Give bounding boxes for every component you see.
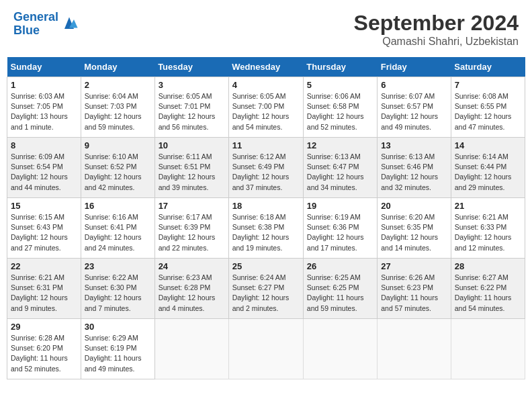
calendar-cell: 17Sunrise: 6:17 AMSunset: 6:39 PMDayligh… xyxy=(154,198,228,259)
day-info: Sunrise: 6:21 AMSunset: 6:33 PMDaylight:… xyxy=(455,212,521,253)
column-header-sunday: Sunday xyxy=(7,57,81,77)
day-info: Sunrise: 6:21 AMSunset: 6:31 PMDaylight:… xyxy=(11,273,77,314)
logo-text: General xyxy=(13,11,58,24)
day-number: 16 xyxy=(85,201,151,211)
calendar-cell: 1Sunrise: 6:03 AMSunset: 7:05 PMDaylight… xyxy=(7,77,81,138)
day-number: 18 xyxy=(232,201,300,211)
day-info: Sunrise: 6:11 AMSunset: 6:51 PMDaylight:… xyxy=(159,152,225,193)
calendar-week-row: 8Sunrise: 6:09 AMSunset: 6:54 PMDaylight… xyxy=(7,138,525,198)
day-number: 23 xyxy=(85,261,151,271)
calendar-cell: 3Sunrise: 6:05 AMSunset: 7:01 PMDaylight… xyxy=(154,77,228,138)
day-number: 9 xyxy=(85,140,151,150)
column-header-tuesday: Tuesday xyxy=(154,57,228,77)
title-block: September 2024 Qamashi Shahri, Uzbekista… xyxy=(354,11,519,48)
calendar-cell: 16Sunrise: 6:16 AMSunset: 6:41 PMDayligh… xyxy=(81,198,154,259)
column-header-wednesday: Wednesday xyxy=(228,57,303,77)
calendar-cell: 15Sunrise: 6:15 AMSunset: 6:43 PMDayligh… xyxy=(7,198,81,259)
calendar-cell: 25Sunrise: 6:24 AMSunset: 6:27 PMDayligh… xyxy=(228,259,303,319)
day-number: 30 xyxy=(85,322,151,332)
logo: General Blue xyxy=(13,11,79,38)
calendar-cell: 7Sunrise: 6:08 AMSunset: 6:55 PMDaylight… xyxy=(451,77,525,138)
calendar-cell: 6Sunrise: 6:07 AMSunset: 6:57 PMDaylight… xyxy=(378,77,451,138)
logo-text2: Blue xyxy=(13,24,58,38)
day-info: Sunrise: 6:13 AMSunset: 6:47 PMDaylight:… xyxy=(307,152,373,193)
calendar-cell: 18Sunrise: 6:18 AMSunset: 6:38 PMDayligh… xyxy=(228,198,303,259)
day-info: Sunrise: 6:22 AMSunset: 6:30 PMDaylight:… xyxy=(85,273,151,314)
day-number: 15 xyxy=(11,201,77,211)
day-number: 25 xyxy=(232,261,300,271)
day-info: Sunrise: 6:05 AMSunset: 7:01 PMDaylight:… xyxy=(159,91,225,132)
day-info: Sunrise: 6:18 AMSunset: 6:38 PMDaylight:… xyxy=(232,212,300,253)
day-info: Sunrise: 6:19 AMSunset: 6:36 PMDaylight:… xyxy=(307,212,373,253)
day-number: 7 xyxy=(455,80,521,90)
calendar-cell xyxy=(154,319,228,379)
page-header: General Blue September 2024 Qamashi Shah… xyxy=(7,7,525,52)
day-number: 14 xyxy=(455,140,521,150)
calendar-cell: 28Sunrise: 6:27 AMSunset: 6:22 PMDayligh… xyxy=(451,259,525,319)
location-title: Qamashi Shahri, Uzbekistan xyxy=(354,36,519,48)
day-number: 8 xyxy=(11,140,77,150)
calendar-cell: 24Sunrise: 6:23 AMSunset: 6:28 PMDayligh… xyxy=(154,259,228,319)
day-info: Sunrise: 6:28 AMSunset: 6:20 PMDaylight:… xyxy=(11,333,77,374)
day-number: 17 xyxy=(159,201,225,211)
day-number: 12 xyxy=(307,140,373,150)
day-number: 6 xyxy=(381,80,447,90)
calendar-cell: 11Sunrise: 6:12 AMSunset: 6:49 PMDayligh… xyxy=(228,138,303,198)
day-number: 11 xyxy=(232,140,300,150)
day-number: 26 xyxy=(307,261,373,271)
calendar-cell: 20Sunrise: 6:20 AMSunset: 6:35 PMDayligh… xyxy=(378,198,451,259)
day-info: Sunrise: 6:07 AMSunset: 6:57 PMDaylight:… xyxy=(381,91,447,132)
calendar-cell: 21Sunrise: 6:21 AMSunset: 6:33 PMDayligh… xyxy=(451,198,525,259)
calendar-cell: 13Sunrise: 6:13 AMSunset: 6:46 PMDayligh… xyxy=(378,138,451,198)
day-info: Sunrise: 6:15 AMSunset: 6:43 PMDaylight:… xyxy=(11,212,77,253)
day-info: Sunrise: 6:27 AMSunset: 6:22 PMDaylight:… xyxy=(455,273,521,314)
day-info: Sunrise: 6:08 AMSunset: 6:55 PMDaylight:… xyxy=(455,91,521,132)
day-info: Sunrise: 6:14 AMSunset: 6:44 PMDaylight:… xyxy=(455,152,521,193)
calendar-cell: 22Sunrise: 6:21 AMSunset: 6:31 PMDayligh… xyxy=(7,259,81,319)
day-info: Sunrise: 6:17 AMSunset: 6:39 PMDaylight:… xyxy=(159,212,225,253)
calendar-cell: 8Sunrise: 6:09 AMSunset: 6:54 PMDaylight… xyxy=(7,138,81,198)
calendar-cell: 2Sunrise: 6:04 AMSunset: 7:03 PMDaylight… xyxy=(81,77,154,138)
day-info: Sunrise: 6:04 AMSunset: 7:03 PMDaylight:… xyxy=(85,91,151,132)
calendar-week-row: 15Sunrise: 6:15 AMSunset: 6:43 PMDayligh… xyxy=(7,198,525,259)
day-info: Sunrise: 6:05 AMSunset: 7:00 PMDaylight:… xyxy=(232,91,300,132)
calendar-week-row: 1Sunrise: 6:03 AMSunset: 7:05 PMDaylight… xyxy=(7,77,525,138)
logo-icon xyxy=(60,15,79,34)
day-number: 27 xyxy=(381,261,447,271)
calendar-cell: 26Sunrise: 6:25 AMSunset: 6:25 PMDayligh… xyxy=(303,259,377,319)
day-number: 20 xyxy=(381,201,447,211)
day-number: 1 xyxy=(11,80,77,90)
calendar-cell: 9Sunrise: 6:10 AMSunset: 6:52 PMDaylight… xyxy=(81,138,154,198)
day-info: Sunrise: 6:25 AMSunset: 6:25 PMDaylight:… xyxy=(307,273,373,314)
day-info: Sunrise: 6:13 AMSunset: 6:46 PMDaylight:… xyxy=(381,152,447,193)
calendar-cell: 5Sunrise: 6:06 AMSunset: 6:58 PMDaylight… xyxy=(303,77,377,138)
calendar-cell: 27Sunrise: 6:26 AMSunset: 6:23 PMDayligh… xyxy=(378,259,451,319)
calendar-cell: 30Sunrise: 6:29 AMSunset: 6:19 PMDayligh… xyxy=(81,319,154,379)
day-number: 19 xyxy=(307,201,373,211)
calendar-week-row: 29Sunrise: 6:28 AMSunset: 6:20 PMDayligh… xyxy=(7,319,525,379)
day-info: Sunrise: 6:26 AMSunset: 6:23 PMDaylight:… xyxy=(381,273,447,314)
day-number: 29 xyxy=(11,322,77,332)
calendar-cell xyxy=(303,319,377,379)
calendar-cell xyxy=(378,319,451,379)
day-info: Sunrise: 6:23 AMSunset: 6:28 PMDaylight:… xyxy=(159,273,225,314)
day-number: 21 xyxy=(455,201,521,211)
day-info: Sunrise: 6:12 AMSunset: 6:49 PMDaylight:… xyxy=(232,152,300,193)
calendar-header-row: SundayMondayTuesdayWednesdayThursdayFrid… xyxy=(7,57,525,77)
calendar-cell: 10Sunrise: 6:11 AMSunset: 6:51 PMDayligh… xyxy=(154,138,228,198)
calendar-cell: 12Sunrise: 6:13 AMSunset: 6:47 PMDayligh… xyxy=(303,138,377,198)
calendar-cell: 23Sunrise: 6:22 AMSunset: 6:30 PMDayligh… xyxy=(81,259,154,319)
column-header-monday: Monday xyxy=(81,57,154,77)
day-number: 2 xyxy=(85,80,151,90)
column-header-saturday: Saturday xyxy=(451,57,525,77)
day-number: 10 xyxy=(159,140,225,150)
day-info: Sunrise: 6:10 AMSunset: 6:52 PMDaylight:… xyxy=(85,152,151,193)
calendar-cell xyxy=(228,319,303,379)
column-header-thursday: Thursday xyxy=(303,57,377,77)
calendar-cell: 19Sunrise: 6:19 AMSunset: 6:36 PMDayligh… xyxy=(303,198,377,259)
day-info: Sunrise: 6:24 AMSunset: 6:27 PMDaylight:… xyxy=(232,273,300,314)
day-info: Sunrise: 6:20 AMSunset: 6:35 PMDaylight:… xyxy=(381,212,447,253)
day-number: 3 xyxy=(159,80,225,90)
day-number: 13 xyxy=(381,140,447,150)
month-title: September 2024 xyxy=(354,11,519,36)
